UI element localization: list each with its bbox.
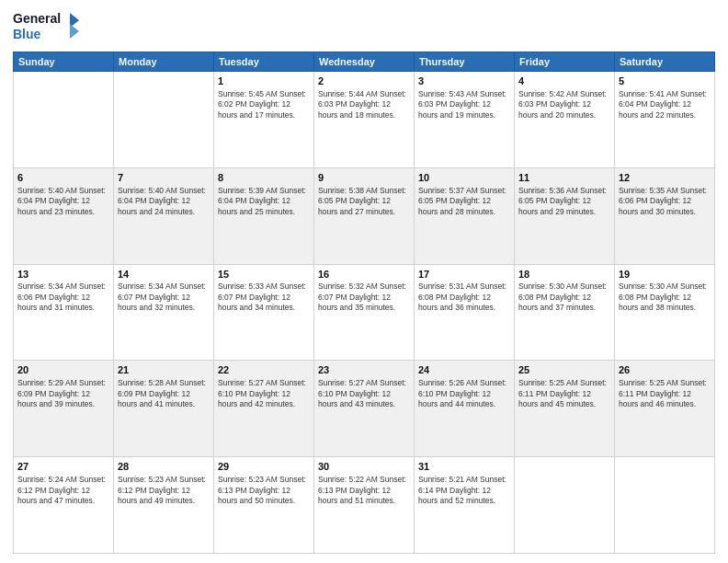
day-number: 28 — [118, 460, 210, 474]
day-info: Sunrise: 5:24 AM Sunset: 6:12 PM Dayligh… — [17, 475, 109, 506]
day-info: Sunrise: 5:31 AM Sunset: 6:08 PM Dayligh… — [418, 282, 510, 313]
calendar-cell: 13Sunrise: 5:34 AM Sunset: 6:06 PM Dayli… — [14, 264, 114, 361]
day-number: 20 — [17, 363, 109, 377]
day-info: Sunrise: 5:36 AM Sunset: 6:05 PM Dayligh… — [518, 186, 610, 217]
header-row: SundayMondayTuesdayWednesdayThursdayFrid… — [14, 52, 715, 72]
day-info: Sunrise: 5:30 AM Sunset: 6:08 PM Dayligh… — [619, 282, 711, 313]
day-number: 29 — [218, 460, 310, 474]
day-number: 25 — [518, 363, 610, 377]
day-info: Sunrise: 5:23 AM Sunset: 6:12 PM Dayligh… — [118, 475, 210, 506]
calendar-cell: 28Sunrise: 5:23 AM Sunset: 6:12 PM Dayli… — [114, 457, 214, 554]
day-info: Sunrise: 5:33 AM Sunset: 6:07 PM Dayligh… — [218, 282, 310, 313]
day-info: Sunrise: 5:43 AM Sunset: 6:03 PM Dayligh… — [418, 89, 510, 121]
day-number: 23 — [318, 363, 410, 377]
day-info: Sunrise: 5:37 AM Sunset: 6:05 PM Dayligh… — [418, 186, 510, 217]
calendar-cell: 24Sunrise: 5:26 AM Sunset: 6:10 PM Dayli… — [415, 361, 515, 457]
day-number: 4 — [518, 75, 610, 88]
day-number: 10 — [418, 171, 510, 185]
day-number: 12 — [619, 171, 711, 185]
day-info: Sunrise: 5:45 AM Sunset: 6:02 PM Dayligh… — [218, 89, 310, 121]
calendar-cell: 31Sunrise: 5:21 AM Sunset: 6:14 PM Dayli… — [415, 457, 515, 554]
calendar-cell — [14, 72, 114, 168]
calendar-table: SundayMondayTuesdayWednesdayThursdayFrid… — [13, 52, 715, 554]
calendar-cell: 25Sunrise: 5:25 AM Sunset: 6:11 PM Dayli… — [515, 361, 615, 457]
calendar-cell: 11Sunrise: 5:36 AM Sunset: 6:05 PM Dayli… — [515, 167, 615, 264]
day-number: 31 — [418, 460, 510, 474]
day-info: Sunrise: 5:38 AM Sunset: 6:05 PM Dayligh… — [318, 186, 410, 217]
svg-marker-3 — [70, 24, 79, 39]
day-number: 1 — [218, 75, 310, 88]
calendar-cell: 2Sunrise: 5:44 AM Sunset: 6:03 PM Daylig… — [314, 72, 415, 168]
calendar-cell: 5Sunrise: 5:41 AM Sunset: 6:04 PM Daylig… — [615, 72, 715, 168]
calendar-cell: 3Sunrise: 5:43 AM Sunset: 6:03 PM Daylig… — [415, 72, 515, 168]
day-number: 30 — [318, 460, 410, 474]
day-info: Sunrise: 5:23 AM Sunset: 6:13 PM Dayligh… — [218, 475, 310, 506]
day-info: Sunrise: 5:27 AM Sunset: 6:10 PM Dayligh… — [318, 378, 410, 409]
calendar-cell: 21Sunrise: 5:28 AM Sunset: 6:09 PM Dayli… — [114, 361, 214, 457]
day-info: Sunrise: 5:41 AM Sunset: 6:04 PM Dayligh… — [619, 89, 711, 121]
calendar-cell — [515, 457, 615, 554]
calendar-cell: 23Sunrise: 5:27 AM Sunset: 6:10 PM Dayli… — [314, 361, 415, 457]
day-info: Sunrise: 5:40 AM Sunset: 6:04 PM Dayligh… — [17, 186, 109, 217]
day-info: Sunrise: 5:40 AM Sunset: 6:04 PM Dayligh… — [118, 186, 210, 217]
day-number: 19 — [619, 268, 711, 282]
header-day: Thursday — [415, 52, 515, 72]
day-info: Sunrise: 5:25 AM Sunset: 6:11 PM Dayligh… — [619, 378, 711, 409]
calendar-week-row: 1Sunrise: 5:45 AM Sunset: 6:02 PM Daylig… — [14, 72, 715, 168]
day-info: Sunrise: 5:34 AM Sunset: 6:06 PM Dayligh… — [17, 282, 109, 313]
day-number: 18 — [518, 268, 610, 282]
day-info: Sunrise: 5:21 AM Sunset: 6:14 PM Dayligh… — [418, 475, 510, 506]
day-number: 24 — [418, 363, 510, 377]
calendar-cell — [114, 72, 214, 168]
day-number: 5 — [619, 75, 711, 88]
day-number: 6 — [17, 171, 109, 185]
calendar-cell: 4Sunrise: 5:42 AM Sunset: 6:03 PM Daylig… — [515, 72, 615, 168]
calendar-cell: 26Sunrise: 5:25 AM Sunset: 6:11 PM Dayli… — [615, 361, 715, 457]
svg-text:General: General — [13, 11, 61, 26]
logo-svg: General Blue — [13, 9, 79, 46]
header-day: Saturday — [615, 52, 715, 72]
day-number: 15 — [218, 268, 310, 282]
calendar-cell: 19Sunrise: 5:30 AM Sunset: 6:08 PM Dayli… — [615, 264, 715, 361]
day-number: 22 — [218, 363, 310, 377]
day-info: Sunrise: 5:28 AM Sunset: 6:09 PM Dayligh… — [118, 378, 210, 409]
svg-text:Blue: Blue — [13, 27, 41, 41]
day-number: 17 — [418, 268, 510, 282]
header-day: Wednesday — [314, 52, 415, 72]
calendar-cell: 18Sunrise: 5:30 AM Sunset: 6:08 PM Dayli… — [515, 264, 615, 361]
page: General Blue SundayMondayTuesdayWednesda… — [0, 0, 728, 563]
calendar-week-row: 6Sunrise: 5:40 AM Sunset: 6:04 PM Daylig… — [14, 167, 715, 264]
calendar-cell: 17Sunrise: 5:31 AM Sunset: 6:08 PM Dayli… — [415, 264, 515, 361]
day-number: 8 — [218, 171, 310, 185]
calendar-week-row: 20Sunrise: 5:29 AM Sunset: 6:09 PM Dayli… — [14, 361, 715, 457]
calendar-week-row: 13Sunrise: 5:34 AM Sunset: 6:06 PM Dayli… — [14, 264, 715, 361]
calendar-cell: 30Sunrise: 5:22 AM Sunset: 6:13 PM Dayli… — [314, 457, 415, 554]
header-day: Friday — [515, 52, 615, 72]
day-number: 11 — [518, 171, 610, 185]
calendar-cell: 1Sunrise: 5:45 AM Sunset: 6:02 PM Daylig… — [214, 72, 314, 168]
day-info: Sunrise: 5:26 AM Sunset: 6:10 PM Dayligh… — [418, 378, 510, 409]
day-info: Sunrise: 5:35 AM Sunset: 6:06 PM Dayligh… — [619, 186, 711, 217]
calendar-week-row: 27Sunrise: 5:24 AM Sunset: 6:12 PM Dayli… — [14, 457, 715, 554]
day-number: 7 — [118, 171, 210, 185]
calendar-cell — [615, 457, 715, 554]
calendar-header: SundayMondayTuesdayWednesdayThursdayFrid… — [14, 52, 715, 72]
calendar-cell: 15Sunrise: 5:33 AM Sunset: 6:07 PM Dayli… — [214, 264, 314, 361]
header-day: Sunday — [14, 52, 114, 72]
day-number: 16 — [318, 268, 410, 282]
day-number: 9 — [318, 171, 410, 185]
calendar-cell: 7Sunrise: 5:40 AM Sunset: 6:04 PM Daylig… — [114, 167, 214, 264]
day-info: Sunrise: 5:27 AM Sunset: 6:10 PM Dayligh… — [218, 378, 310, 409]
calendar-cell: 16Sunrise: 5:32 AM Sunset: 6:07 PM Dayli… — [314, 264, 415, 361]
day-info: Sunrise: 5:42 AM Sunset: 6:03 PM Dayligh… — [518, 89, 610, 121]
day-info: Sunrise: 5:34 AM Sunset: 6:07 PM Dayligh… — [118, 282, 210, 313]
calendar-cell: 20Sunrise: 5:29 AM Sunset: 6:09 PM Dayli… — [14, 361, 114, 457]
header-day: Tuesday — [214, 52, 314, 72]
calendar-body: 1Sunrise: 5:45 AM Sunset: 6:02 PM Daylig… — [14, 72, 715, 554]
day-info: Sunrise: 5:29 AM Sunset: 6:09 PM Dayligh… — [17, 378, 109, 409]
day-number: 2 — [318, 75, 410, 88]
day-info: Sunrise: 5:44 AM Sunset: 6:03 PM Dayligh… — [318, 89, 410, 121]
day-number: 14 — [118, 268, 210, 282]
calendar-cell: 6Sunrise: 5:40 AM Sunset: 6:04 PM Daylig… — [14, 167, 114, 264]
day-number: 3 — [418, 75, 510, 88]
